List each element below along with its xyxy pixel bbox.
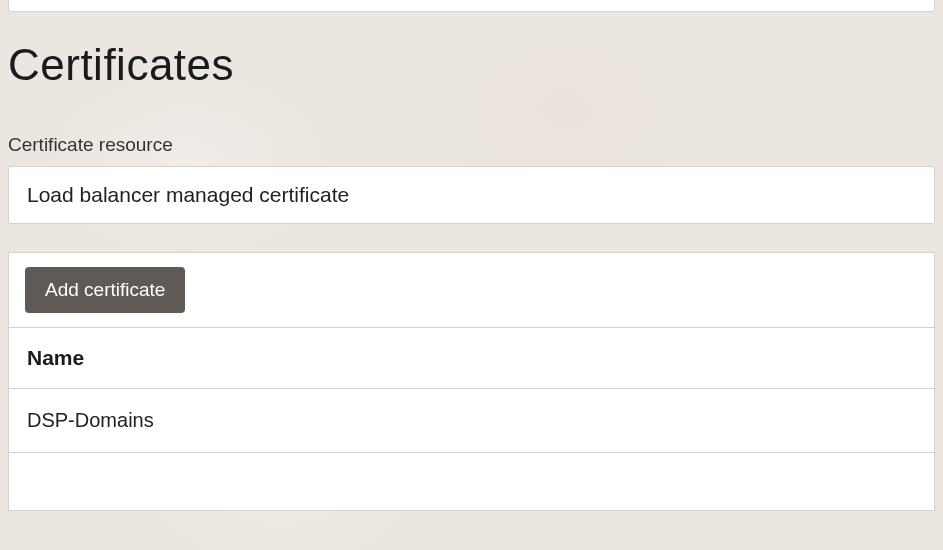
- certificates-table-header-name: Name: [8, 328, 935, 389]
- table-row[interactable]: DSP-Domains: [8, 389, 935, 453]
- add-certificate-button[interactable]: Add certificate: [25, 267, 185, 313]
- previous-panel-edge: [8, 0, 935, 12]
- certificates-panel: Add certificate Name DSP-Domains: [8, 252, 935, 511]
- certificate-resource-label: Certificate resource: [8, 134, 935, 156]
- page-title: Certificates: [8, 40, 935, 90]
- table-row-empty: [8, 453, 935, 511]
- certificates-toolbar: Add certificate: [8, 252, 935, 328]
- certificate-resource-select[interactable]: Load balancer managed certificate: [8, 166, 935, 224]
- certificate-name-cell: DSP-Domains: [27, 409, 154, 431]
